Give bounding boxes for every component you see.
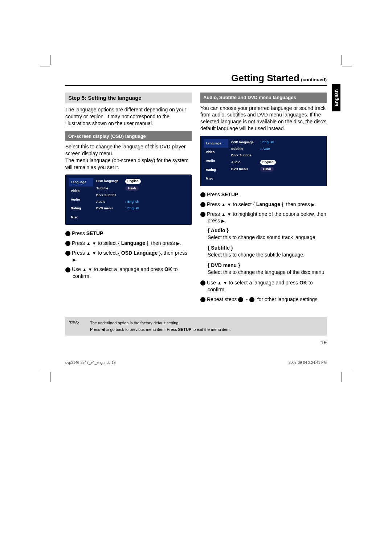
menu-item: Language — [204, 139, 228, 148]
row-label: DivX Subtitle — [96, 193, 125, 197]
menu-item: Misc — [204, 174, 228, 183]
row-label: DVD menu — [231, 167, 260, 172]
right-column: Audio, Subtitle and DVD menu languages Y… — [200, 93, 327, 305]
row-value: English — [260, 160, 276, 165]
row-label: DivX Subtitle — [231, 153, 260, 157]
crop-mark — [40, 371, 50, 371]
tips-label: TIPS: — [69, 320, 90, 333]
manual-page: English Getting Started (continued) Step… — [65, 73, 327, 365]
menu-item: Video — [69, 186, 93, 195]
header-continued: (continued) — [301, 77, 327, 82]
page-header: Getting Started (continued) — [65, 73, 327, 86]
crop-mark — [342, 372, 342, 382]
row-label: Subtitle — [96, 186, 125, 191]
row-label: OSD language — [96, 179, 125, 184]
row-value: Auto — [262, 147, 270, 151]
footer-meta: dvp3146-3747_94_eng.indd 19 2007-09-04 2… — [65, 361, 327, 365]
intro-text: The language options are different depen… — [65, 106, 192, 127]
menu-item: Rating — [204, 165, 228, 174]
crop-mark — [342, 371, 352, 371]
step-4: 4Use ▲ ▼ to select a language and press … — [200, 279, 327, 293]
row-label: DVD menu — [96, 206, 125, 210]
step-3: 3Press ▲ ▼ to select { OSD Language }, t… — [65, 250, 192, 263]
row-value: Hindi — [125, 186, 139, 191]
row-value: English — [262, 140, 274, 144]
row-label: Audio — [96, 200, 125, 204]
right-intro: You can choose your preferred language o… — [200, 105, 327, 132]
osd-text: Select this to change the language of th… — [65, 143, 192, 171]
left-column: Step 5: Setting the language The languag… — [65, 93, 192, 305]
step-5: 5Repeat steps 3 - 4 for other language s… — [200, 296, 327, 303]
step5-heading: Step 5: Setting the language — [65, 93, 192, 103]
language-tab: English — [332, 84, 340, 111]
step-4: 4Use ▲ ▼ to select a language and press … — [65, 266, 192, 280]
tips-content: The underlined option is the factory def… — [90, 320, 230, 333]
crop-mark — [50, 55, 50, 65]
osd-menu-screenshot: Language Video Audio Rating Misc OSD lan… — [65, 175, 192, 225]
audio-sub-dvd-heading: Audio, Subtitle and DVD menu languages — [200, 93, 327, 103]
crop-mark — [342, 55, 342, 65]
header-title: Getting Started — [231, 73, 299, 83]
menu-item: Language — [69, 178, 93, 186]
osd-heading: On-screen display (OSD) language — [65, 131, 192, 141]
footer-left: dvp3146-3747_94_eng.indd 19 — [65, 361, 115, 365]
row-label: Audio — [231, 160, 260, 165]
crop-mark — [50, 372, 50, 382]
row-value: Hindi — [260, 167, 274, 172]
menu-item: Rating — [69, 204, 93, 213]
row-value — [260, 153, 323, 157]
row-value — [125, 193, 188, 197]
step-2: 2Press ▲ ▼ to select { Language }, then … — [200, 201, 327, 208]
crop-mark — [342, 66, 352, 66]
step-1: 1Press SETUP. — [65, 230, 192, 237]
menu-item: Audio — [204, 156, 228, 165]
menu-item: Misc — [69, 213, 93, 222]
option-subtitle: { Subtitle }Select this to change the su… — [208, 245, 327, 258]
row-value: English — [127, 206, 139, 210]
option-audio: { Audio }Select this to change disc soun… — [208, 227, 327, 241]
step-3: 3Press ▲ ▼ to highlight one of the optio… — [200, 211, 327, 225]
step-2: 2Press ▲ ▼ to select { Language }, then … — [65, 240, 192, 247]
step-1: 1Press SETUP. — [200, 191, 327, 198]
menu-item: Video — [204, 148, 228, 156]
row-value: English — [127, 200, 139, 204]
row-label: Subtitle — [231, 147, 260, 151]
audio-menu-screenshot: Language Video Audio Rating Misc OSD lan… — [200, 136, 327, 186]
option-dvd-menu: { DVD menu }Select this to change the la… — [208, 262, 327, 276]
crop-mark — [40, 66, 50, 66]
row-value: English — [125, 179, 141, 184]
row-label: OSD language — [231, 140, 260, 144]
page-number: 19 — [65, 339, 327, 345]
menu-item: Audio — [69, 195, 93, 204]
footer-right: 2007-09-04 2:24:41 PM — [289, 361, 327, 365]
tips-box: TIPS: The underlined option is the facto… — [65, 317, 327, 336]
